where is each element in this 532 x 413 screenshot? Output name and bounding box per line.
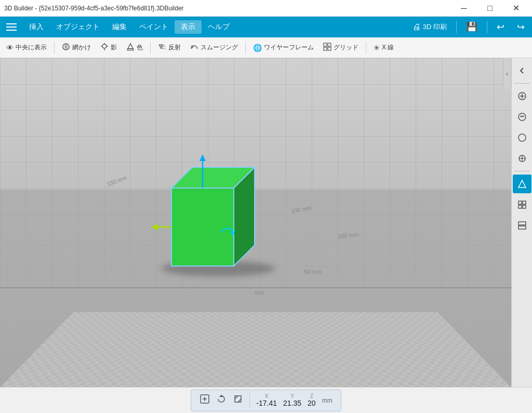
toolbar-smooth[interactable]: スムージング [186,41,242,55]
svg-rect-37 [518,226,526,229]
hamburger-icon [6,26,17,28]
right-btn-tool6[interactable] [513,195,531,214]
hamburger-menu[interactable] [2,18,21,36]
status-sep [249,393,250,408]
toolbar-grid[interactable]: グリッド [319,41,363,55]
close-button[interactable]: ✕ [504,0,528,17]
right-btn-tool1[interactable] [513,87,531,105]
coord-z: Z 20 [308,393,316,407]
toolbar-xray-label: X 線 [382,43,394,52]
svg-marker-31 [518,180,526,188]
title-bar: 3D Builder - {52e15307-959d-4cf5-a3ec-59… [0,0,532,17]
svg-marker-16 [200,154,206,161]
toolbar-reflect-label: 反射 [168,43,181,52]
right-btn-tool4[interactable] [513,149,531,168]
redo-button[interactable]: ↪ [512,19,530,35]
ground-line [0,287,511,288]
unit-label: mm [322,397,332,404]
smooth-icon [190,43,198,52]
svg-rect-13 [171,188,234,266]
hamburger-icon [6,23,17,24]
position-icon[interactable] [200,394,210,407]
svg-rect-11 [328,47,331,50]
svg-rect-8 [324,43,327,46]
toolbar-center[interactable]: 👁 中央に表示 [2,41,51,54]
menu-edit[interactable]: 編集 [106,20,133,34]
xray-icon: ✳ [374,44,380,52]
menu-help[interactable]: ヘルプ [202,20,236,34]
svg-rect-33 [523,201,526,204]
right-btn-tool2[interactable] [513,108,531,126]
light-icon [100,43,109,52]
color-icon [126,43,135,52]
undo-icon: ↩ [497,21,504,33]
menu-insert[interactable]: 挿入 [23,20,50,34]
svg-rect-9 [328,43,331,46]
toolbar-light[interactable]: 影 [96,41,121,55]
toolbar-div1 [54,42,55,54]
coord-x: X -17.41 [256,393,277,407]
svg-point-26 [521,157,523,159]
right-btn-tool7[interactable] [513,216,531,235]
toolbar-shading-label: 網かけ [72,43,91,52]
rotate-icon[interactable] [216,394,227,407]
title-bar-left: 3D Builder - {52e15307-959d-4cf5-a3ec-59… [4,5,184,12]
svg-rect-10 [324,47,327,50]
svg-point-1 [102,44,107,48]
save-button[interactable]: 💾 [461,19,483,35]
panel-toggle[interactable]: ‹ [503,58,511,89]
3d-cube[interactable] [151,152,275,282]
toolbar-wireframe-label: ワイヤーフレーム [264,43,314,52]
shading-icon [62,43,70,52]
grid-icon [323,43,331,52]
app-title: 3D Builder - {52e15307-959d-4cf5-a3ec-59… [4,5,184,12]
menu-object[interactable]: オブジェクト [50,20,106,34]
right-toolbar [511,58,532,387]
menubar-right-actions: 🖨 3D 印刷 💾 ↩ ↪ [407,19,530,35]
reflect-icon [158,43,166,52]
wireframe-icon: 🌐 [253,44,262,52]
toolbar-wireframe[interactable]: 🌐 ワイヤーフレーム [249,41,318,54]
right-toolbar-sep2 [514,171,530,171]
toolbar-color[interactable]: 色 [122,41,147,55]
coord-y: Y 21.35 [283,393,301,407]
status-panel: X -17.41 Y 21.35 Z 20 mm [191,390,341,411]
print3d-label: 3D 印刷 [423,22,447,32]
maximize-button[interactable]: □ [478,0,502,17]
svg-rect-32 [518,201,522,204]
redo-icon: ↪ [517,21,525,33]
print3d-icon: 🖨 [413,22,421,32]
checker-floor [0,312,511,387]
toolbar-smooth-label: スムージング [201,43,238,52]
menubar-separator [456,21,457,33]
menu-view[interactable]: 表示 [175,20,202,34]
right-toolbar-sep1 [514,83,530,84]
toolbar-xray[interactable]: ✳ X 線 [369,41,398,54]
minimize-button[interactable]: ─ [452,0,476,17]
right-btn-back[interactable] [513,61,531,80]
toolbar-color-label: 色 [137,43,143,52]
hamburger-icon [6,30,17,31]
dim-label-small: mm [255,289,264,296]
right-btn-tool5-active[interactable] [513,175,531,193]
toolbar-center-label: 中央に表示 [16,43,47,52]
toolbar-grid-label: グリッド [334,43,358,52]
menu-paint[interactable]: ペイント [133,20,175,34]
toolbar-div3 [245,42,246,54]
scale-icon[interactable] [233,394,243,407]
toolbar-light-label: 影 [111,43,117,52]
view-toolbar: 👁 中央に表示 網かけ 影 色 反射 スムージング 🌐 ワイヤーフレーム [0,37,532,58]
toolbar-shading[interactable]: 網かけ [58,41,95,55]
toolbar-reflect[interactable]: 反射 [154,41,185,55]
svg-rect-36 [518,222,526,225]
menu-bar: 挿入 オブジェクト 編集 ペイント 表示 ヘルプ 🖨 3D 印刷 💾 ↩ ↪ [0,17,532,37]
svg-rect-34 [518,205,522,208]
svg-rect-35 [523,205,526,208]
right-btn-circle[interactable] [513,128,531,147]
undo-button[interactable]: ↩ [491,19,510,35]
toolbar-div4 [366,42,366,54]
print3d-button[interactable]: 🖨 3D 印刷 [407,20,452,34]
toolbar-div2 [150,42,151,54]
menubar-separator2 [487,21,487,33]
3d-viewport[interactable]: 150 mm 100 mm 100 mm 50 mm mm [0,58,511,387]
